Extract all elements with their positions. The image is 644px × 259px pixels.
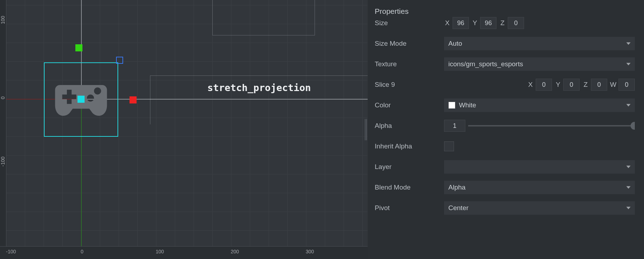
y-axis-handle[interactable] [75,44,82,51]
slice9-x-label: X [527,81,534,89]
pivot-value: Center [448,204,468,212]
grid [0,0,368,259]
slice9-z-label: Z [582,81,589,89]
ruler-x: -1000100200300 [0,246,368,259]
slice9-y-input[interactable]: 0 [563,79,580,91]
alpha-input[interactable]: 1 [444,120,465,132]
row-size: Size X 96 Y 96 Z 0 [375,13,635,33]
alpha-label: Alpha [375,122,444,130]
inherit-alpha-label: Inherit Alpha [375,142,444,150]
object-outline-top [212,0,315,35]
size-mode-label: Size Mode [375,40,444,47]
axis-x-negative [0,99,81,100]
chevron-down-icon [626,186,631,189]
size-label: Size [375,19,444,27]
size-mode-dropdown[interactable]: Auto [444,37,635,50]
color-label: Color [375,101,444,109]
scene-viewport[interactable]: stretch_projection -1000100200300 -10001… [0,0,368,259]
ruler-x-tick: 300 [306,249,314,254]
row-layer: Layer [375,157,635,177]
size-x-input[interactable]: 96 [453,17,469,29]
slice9-z-input[interactable]: 0 [591,79,607,91]
size-x-label: X [444,19,450,27]
row-inherit-alpha: Inherit Alpha [375,136,635,157]
ruler-y: -1000100 [0,0,6,246]
row-alpha: Alpha 1 [375,116,635,136]
slice9-w-label: W [610,81,616,89]
slice9-w-input[interactable]: 0 [619,79,635,91]
slice9-x-input[interactable]: 0 [536,79,552,91]
size-y-label: Y [472,19,478,27]
ruler-y-tick: 100 [0,16,6,24]
pivot-label: Pivot [375,204,444,212]
ruler-x-tick: -100 [6,249,16,254]
properties-panel: Properties Size X 96 Y 96 Z 0 [368,0,644,259]
layer-label: Layer [375,163,444,171]
size-y-input[interactable]: 96 [480,17,496,29]
scale-handle[interactable] [116,57,123,64]
ruler-y-tick: 0 [0,96,6,99]
slice9-y-label: Y [555,81,561,89]
chevron-down-icon [626,63,631,66]
row-size-mode: Size Mode Auto [375,33,635,54]
chevron-down-icon [626,207,631,209]
texture-dropdown[interactable]: icons/gm_sports_esports [444,57,635,71]
row-blend-mode: Blend Mode Alpha [375,177,635,198]
ruler-x-tick: 100 [156,249,164,254]
alpha-slider[interactable] [468,125,635,126]
chevron-down-icon [626,43,631,45]
color-swatch [448,102,455,109]
blend-mode-dropdown[interactable]: Alpha [444,181,635,194]
row-slice9: Slice 9 X 0 Y 0 Z 0 W [375,74,635,95]
texture-label: Texture [375,60,444,68]
ruler-x-tick: 0 [81,249,84,254]
layer-dropdown[interactable] [444,160,635,174]
color-dropdown[interactable]: White [444,98,635,112]
size-z-label: Z [499,19,506,27]
chevron-down-icon [626,104,631,107]
x-axis-handle[interactable] [130,96,137,103]
slice9-label: Slice 9 [375,81,444,89]
ruler-y-tick: -100 [0,157,6,167]
inherit-alpha-checkbox[interactable] [444,141,454,151]
texture-value: icons/gm_sports_esports [448,60,523,68]
alpha-slider-knob[interactable] [631,122,635,130]
pivot-dropdown[interactable]: Center [444,201,635,215]
chevron-down-icon [626,166,631,168]
row-texture: Texture icons/gm_sports_esports [375,54,635,74]
move-handle[interactable] [77,96,85,103]
axis-y-negative [81,99,82,259]
object-label: stretch_projection [207,82,311,93]
row-pivot: Pivot Center [375,198,635,218]
ruler-x-tick: 200 [231,249,239,254]
row-color: Color White [375,95,635,116]
color-value: White [459,101,476,109]
blend-mode-label: Blend Mode [375,184,444,191]
size-z-input[interactable]: 0 [508,17,524,29]
size-mode-value: Auto [448,40,462,47]
blend-mode-value: Alpha [448,184,466,191]
panel-splitter[interactable] [364,0,368,259]
